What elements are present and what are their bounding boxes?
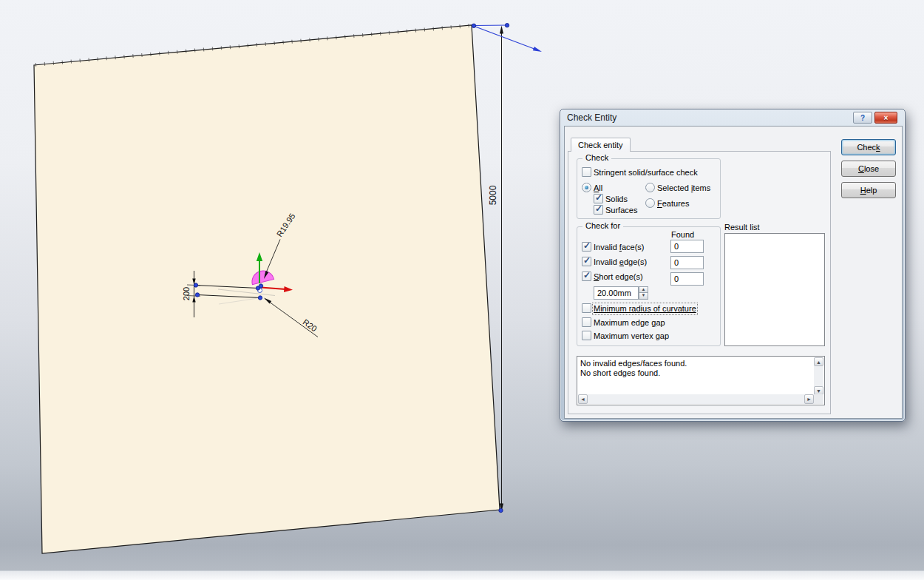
stringent-check-checkbox[interactable] xyxy=(582,167,591,177)
checkmark-icon: ✓ xyxy=(595,203,602,214)
dialog-titlebar[interactable]: Check Entity ? × xyxy=(560,109,905,126)
selected-items-radio[interactable] xyxy=(645,183,655,192)
selected-edge-indicator[interactable] xyxy=(474,25,542,52)
found-column-label: Found xyxy=(671,230,694,240)
spin-down-icon: ▼ xyxy=(642,293,646,297)
invalid-faces-checkbox[interactable]: ✓ xyxy=(582,242,591,252)
close-icon: × xyxy=(884,114,889,122)
spin-down-button[interactable]: ▼ xyxy=(639,293,648,300)
invalid-edges-checkbox[interactable]: ✓ xyxy=(582,257,591,266)
checkmark-icon: ✓ xyxy=(583,240,591,251)
dialog-help-button[interactable]: ? xyxy=(853,112,872,124)
scroll-up-icon: ▲ xyxy=(816,360,821,365)
tab-check-entity[interactable]: Check entity xyxy=(571,138,631,152)
question-icon: ? xyxy=(860,114,865,122)
dialog-close-button[interactable]: × xyxy=(874,112,897,124)
check-for-group-label: Check for xyxy=(582,221,623,230)
check-entity-tab-page: Check Stringent solid/surface check All … xyxy=(568,151,831,414)
check-group-label: Check xyxy=(582,153,611,162)
invalid-faces-found-field[interactable]: 0 xyxy=(670,240,704,253)
stringent-check-label: Stringent solid/surface check xyxy=(594,168,698,178)
max-edge-gap-label: Maximum edge gap xyxy=(594,318,665,328)
min-radius-label: Minimum radius of curvature xyxy=(594,304,696,314)
result-list-label: Result list xyxy=(724,223,760,232)
max-edge-gap-checkbox[interactable] xyxy=(582,317,591,327)
short-edges-found-field[interactable]: 0 xyxy=(670,272,704,286)
all-radio[interactable] xyxy=(582,183,591,192)
solidworks-window: 5000 200 R19.95 xyxy=(0,0,924,580)
window-bottom-strip xyxy=(0,570,924,580)
dimension-5000-label[interactable]: 5000 xyxy=(488,185,498,205)
horizontal-scrollbar[interactable]: ◄ ► xyxy=(578,394,814,404)
selected-items-label: Selected items xyxy=(657,183,710,193)
checkmark-icon: ✓ xyxy=(583,270,591,280)
dialog-title: Check Entity xyxy=(567,112,616,123)
features-label: Features xyxy=(657,199,689,209)
short-edges-checkbox[interactable]: ✓ xyxy=(582,272,591,281)
scroll-down-icon: ▼ xyxy=(816,388,821,394)
dimension-200-label[interactable]: 200 xyxy=(182,287,191,300)
scroll-up-button[interactable]: ▲ xyxy=(814,357,823,366)
checkmark-icon: ✓ xyxy=(583,255,591,266)
solids-checkbox[interactable]: ✓ xyxy=(594,194,603,203)
short-edges-label: Short edge(s) xyxy=(594,272,643,282)
invalid-edges-label: Invalid edge(s) xyxy=(594,257,647,267)
max-vertex-gap-checkbox[interactable] xyxy=(582,331,591,340)
check-group: Check Stringent solid/surface check All … xyxy=(577,158,721,219)
max-vertex-gap-label: Maximum vertex gap xyxy=(594,331,669,341)
features-radio[interactable] xyxy=(645,198,655,208)
help-button[interactable]: Help xyxy=(841,182,896,198)
scroll-left-icon: ◄ xyxy=(580,397,585,402)
min-radius-checkbox[interactable] xyxy=(582,303,591,313)
close-button[interactable]: Close xyxy=(841,161,896,177)
check-for-group: Check for Found ✓ Invalid face(s) 0 ✓ In… xyxy=(577,226,721,346)
message-line: No invalid edges/faces found. xyxy=(580,359,687,368)
checkmark-icon: ✓ xyxy=(595,192,602,203)
short-edge-length-spinner: ▲ ▼ xyxy=(639,286,648,300)
selection-arrow-icon xyxy=(533,47,542,52)
check-button[interactable]: Check xyxy=(841,139,896,155)
short-edge-length-field[interactable]: 20.00mm xyxy=(594,286,639,300)
scrollbar-corner xyxy=(814,394,823,404)
result-listbox[interactable] xyxy=(724,233,825,346)
check-entity-dialog: Check Entity ? × Check entity Check Stri… xyxy=(560,109,906,422)
invalid-faces-label: Invalid face(s) xyxy=(594,243,644,252)
message-line: No short edges found. xyxy=(580,368,660,377)
spin-up-button[interactable]: ▲ xyxy=(639,286,648,293)
vertical-scrollbar[interactable]: ▲ ▼ xyxy=(814,357,823,395)
spin-up-icon: ▲ xyxy=(642,287,646,291)
scroll-right-button[interactable]: ► xyxy=(804,394,814,404)
dialog-client-area: Check entity Check Stringent solid/surfa… xyxy=(564,126,903,419)
surfaces-checkbox[interactable]: ✓ xyxy=(594,205,603,215)
invalid-edges-found-field[interactable]: 0 xyxy=(670,256,704,269)
scroll-right-icon: ► xyxy=(806,397,812,402)
sheet-surface[interactable] xyxy=(34,25,500,553)
solids-label: Solids xyxy=(605,195,628,204)
results-message-box: No invalid edges/faces found. No short e… xyxy=(577,356,825,405)
surfaces-label: Surfaces xyxy=(605,206,637,215)
scroll-left-button[interactable]: ◄ xyxy=(578,394,588,404)
sheet-face[interactable] xyxy=(34,25,500,553)
